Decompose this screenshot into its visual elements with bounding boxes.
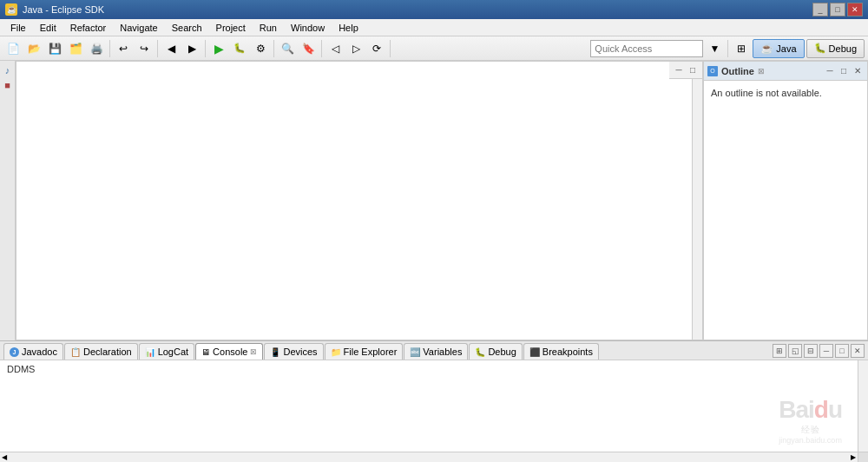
- tb-prev-button[interactable]: ◀: [161, 39, 181, 58]
- menu-refactor[interactable]: Refactor: [63, 21, 114, 35]
- bottom-tabs: J Javadoc 📋 Declaration 📊 LogCat 🖥 Conso…: [0, 341, 868, 360]
- tb-ext-button[interactable]: ⚙: [251, 39, 270, 58]
- tb-sep-4: [273, 40, 274, 57]
- tb-save-button[interactable]: 💾: [45, 39, 64, 58]
- title-bar-left: ☕ Java - Eclipse SDK: [5, 3, 104, 16]
- tb-redo-button[interactable]: ↪: [135, 39, 154, 58]
- hscroll-right-arrow[interactable]: ▶: [849, 453, 858, 461]
- javadoc-tab-icon: J: [10, 347, 19, 357]
- menu-file[interactable]: File: [3, 21, 33, 35]
- menu-run[interactable]: Run: [253, 21, 284, 35]
- tb-saveall-button[interactable]: 🗂️: [66, 39, 85, 58]
- toolbar: 📄 📂 💾 🗂️ 🖨️ ↩ ↪ ◀ ▶ ▶ 🐛 ⚙ 🔍 🔖 ◁ ▷ ⟳ ▼ ⊞ …: [0, 36, 868, 61]
- breakpoints-tab-label: Breakpoints: [542, 346, 593, 357]
- tb-fwd-button[interactable]: ▷: [346, 39, 365, 58]
- file-explorer-tab-icon: 📁: [331, 347, 341, 357]
- tb-print-button[interactable]: 🖨️: [87, 39, 106, 58]
- editor-scrollbar[interactable]: [692, 62, 702, 340]
- tb-sep-5: [321, 40, 322, 57]
- bottom-panel-minimize-button[interactable]: ✕: [851, 344, 865, 358]
- tab-declaration[interactable]: 📋 Declaration: [64, 343, 138, 360]
- outline-message: An outline is not available.: [711, 88, 822, 98]
- declaration-tab-icon: 📋: [70, 347, 81, 357]
- title-text: Java - Eclipse SDK: [23, 4, 104, 15]
- menu-navigate[interactable]: Navigate: [113, 21, 164, 35]
- bottom-inner: DDMS ◀ ▶ Baidu 经验 jingyan.baidu.com: [0, 360, 868, 462]
- logcat-tab-icon: 📊: [145, 347, 155, 357]
- tab-debug[interactable]: 🐛 Debug: [469, 343, 522, 360]
- gutter-btn-1[interactable]: ♪: [2, 64, 14, 76]
- breakpoints-tab-icon: ⬛: [529, 347, 540, 357]
- outline-minimize-button[interactable]: ─: [824, 65, 836, 77]
- bottom-panel-btn-4[interactable]: ─: [819, 344, 833, 358]
- tb-undo-button[interactable]: ↩: [114, 39, 133, 58]
- bottom-scrollbar[interactable]: [858, 360, 868, 452]
- editor-minimize-button[interactable]: ─: [673, 64, 685, 76]
- tb-qa-btn[interactable]: ▼: [705, 39, 724, 58]
- tab-file-explorer[interactable]: 📁 File Explorer: [325, 343, 404, 360]
- editor-area: ─ □: [16, 61, 703, 340]
- bottom-panel-btn-2[interactable]: ◱: [788, 344, 802, 358]
- maximize-button[interactable]: □: [830, 3, 845, 16]
- console-tab-icon: 🖥: [201, 347, 210, 357]
- tb-back-button[interactable]: ◁: [326, 39, 345, 58]
- java-perspective-label: Java: [776, 43, 796, 54]
- tb-run-button[interactable]: ▶: [209, 39, 228, 58]
- tab-devices[interactable]: 📱 Devices: [264, 343, 323, 360]
- perspective-debug[interactable]: 🐛 Debug: [806, 39, 865, 58]
- menu-bar: File Edit Refactor Navigate Search Proje…: [0, 19, 868, 36]
- tb-debug-button[interactable]: 🐛: [230, 39, 249, 58]
- debug-tab-icon: 🐛: [475, 347, 485, 357]
- tb-sep-6: [390, 40, 391, 57]
- gutter-btn-2[interactable]: ■: [2, 79, 14, 91]
- tb-open-button[interactable]: 📂: [24, 39, 43, 58]
- perspective-java[interactable]: ☕ Java: [753, 39, 804, 58]
- minimize-button[interactable]: _: [812, 3, 828, 16]
- editor-header: ─ □: [669, 62, 702, 79]
- editor-content[interactable]: [16, 62, 702, 340]
- bottom-content[interactable]: DDMS: [0, 360, 858, 452]
- app-icon: ☕: [5, 3, 17, 16]
- bottom-panel-btn-3[interactable]: ⊟: [804, 344, 818, 358]
- tb-bookmark-button[interactable]: 🔖: [299, 39, 318, 58]
- debug-tab-label: Debug: [488, 346, 516, 357]
- tb-search-button[interactable]: 🔍: [278, 39, 297, 58]
- bottom-hscrollbar[interactable]: ◀ ▶: [0, 452, 858, 462]
- tab-variables[interactable]: 🔤 Variables: [404, 343, 468, 360]
- logcat-tab-label: LogCat: [158, 346, 188, 357]
- outline-title: Outline: [721, 66, 754, 76]
- declaration-tab-label: Declaration: [83, 346, 132, 357]
- outline-tab-indicator: ⊠: [758, 67, 765, 76]
- hscroll-left-arrow[interactable]: ◀: [0, 453, 9, 461]
- outline-maximize-button[interactable]: □: [838, 65, 850, 77]
- menu-help[interactable]: Help: [332, 21, 365, 35]
- tab-javadoc[interactable]: J Javadoc: [3, 343, 63, 360]
- console-tab-indicator: ⊠: [250, 347, 257, 356]
- bottom-panel-btn-5[interactable]: □: [835, 344, 849, 358]
- tb-new-button[interactable]: 📄: [3, 39, 23, 58]
- close-button[interactable]: ✕: [847, 3, 863, 16]
- tab-breakpoints[interactable]: ⬛ Breakpoints: [523, 343, 599, 360]
- outline-icon: O: [707, 66, 718, 76]
- editor-maximize-button[interactable]: □: [687, 64, 699, 76]
- tb-sep-1: [109, 40, 110, 57]
- quick-access-input[interactable]: [590, 40, 703, 57]
- outline-close-button[interactable]: ✕: [852, 65, 864, 77]
- menu-window[interactable]: Window: [284, 21, 332, 35]
- workspace: ♪ ■ ─ □ O Outline: [0, 61, 868, 462]
- debug-perspective-label: Debug: [829, 43, 857, 54]
- menu-search[interactable]: Search: [165, 21, 209, 35]
- tb-sep-3: [205, 40, 206, 57]
- tb-next-button[interactable]: ▶: [182, 39, 201, 58]
- debug-perspective-icon: 🐛: [814, 43, 826, 54]
- menu-project[interactable]: Project: [209, 21, 253, 35]
- outline-title-area: O Outline ⊠: [707, 66, 765, 76]
- bottom-panel-btn-1[interactable]: ⊞: [773, 344, 786, 358]
- left-gutter: ♪ ■: [0, 61, 16, 340]
- menu-edit[interactable]: Edit: [33, 21, 63, 35]
- tb-sync-button[interactable]: ⟳: [367, 39, 386, 58]
- tab-console[interactable]: 🖥 Console ⊠: [195, 343, 263, 360]
- tb-layout-btn[interactable]: ⊞: [732, 39, 751, 58]
- tab-logcat[interactable]: 📊 LogCat: [139, 343, 194, 360]
- tb-sep-7: [727, 40, 728, 57]
